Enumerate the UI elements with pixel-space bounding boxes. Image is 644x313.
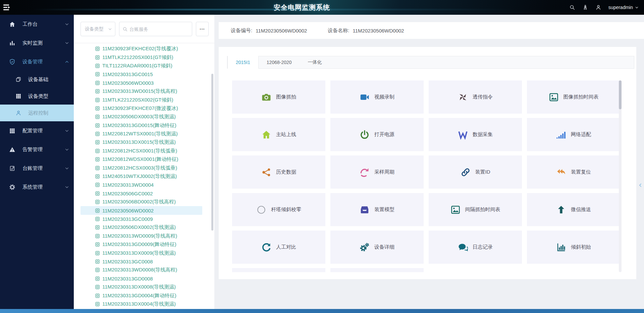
device-list-item[interactable]: 11M20230313DX0004(导线测温)	[80, 300, 202, 308]
redo-arrow-icon	[360, 167, 370, 177]
sidebar-item-7[interactable]: 系统管理	[0, 178, 74, 196]
device-type-select[interactable]: 设备类型	[80, 22, 115, 36]
device-list-item[interactable]: 11M220812WTSX0001(导线测温)	[80, 130, 202, 138]
device-list-item[interactable]: 11M220812WDSX0001(舞动特征)	[80, 155, 202, 164]
tab-一体化[interactable]: 一体化	[300, 56, 330, 69]
scrollbar-thumb[interactable]	[619, 80, 622, 109]
device-list-item[interactable]: 11M20230313WD0008(导线高程)	[80, 266, 202, 274]
panel-collapse-chevron-icon[interactable]: ‹	[639, 181, 642, 189]
username: superadmin	[608, 5, 633, 10]
sidebar-item-3[interactable]: 设备管理	[0, 52, 74, 71]
action-button[interactable]: 视频录制	[330, 80, 424, 114]
search-icon[interactable]	[569, 4, 575, 10]
action-button-partial[interactable]	[232, 268, 325, 272]
tab-2015i1[interactable]: 2015I1	[227, 56, 259, 69]
device-list-item[interactable]: 11MTLK221220SX002(GT倾斜)	[80, 96, 202, 104]
device-item-label: 11M220812HCSX0003(导线弧垂)	[102, 165, 177, 171]
device-item-icon	[95, 46, 100, 51]
bottom-strip	[0, 309, 644, 313]
device-list-item[interactable]: 11M20230313GC0008	[80, 257, 202, 266]
action-button[interactable]: 装置复位	[527, 155, 620, 189]
device-list-item[interactable]: 11M20230506WD0003	[80, 79, 202, 87]
action-button[interactable]: 日志记录	[429, 231, 522, 264]
user-menu[interactable]: superadmin	[608, 5, 639, 10]
device-list-item[interactable]: 11M20230313WD0009(导线高程)	[80, 232, 202, 240]
action-button[interactable]: 装置ID	[429, 155, 522, 189]
sidebar-item-label: 配置管理	[22, 128, 43, 134]
device-type-select-placeholder: 设备类型	[85, 26, 104, 32]
menu-toggle-icon[interactable]	[3, 3, 12, 11]
device-list-item[interactable]: 11M20230313DX0009(导线测温)	[80, 249, 202, 257]
ledger-search-input[interactable]	[129, 22, 189, 36]
action-button[interactable]: 倾斜初始	[527, 231, 620, 264]
device-list-item[interactable]: 11M20230313GD0015(舞动特征)	[80, 121, 202, 130]
device-list-item[interactable]: 11M230923FEKHCE02(导线覆冰)	[80, 45, 202, 53]
action-button[interactable]: 装置模型	[330, 193, 424, 226]
action-grid: 图像抓拍视频录制透传指令图像抓拍时间表主站上线打开电源数据采集网络适配历史数据采…	[232, 80, 620, 272]
action-button[interactable]: 图像抓拍时间表	[527, 80, 620, 114]
device-list-item[interactable]: 11M240510WTXJ0002(导线测温)	[80, 172, 202, 181]
sidebar-item-6[interactable]: 台账管理	[0, 159, 74, 178]
device-list-item[interactable]: 11M20230506DX0002(导线测温)	[80, 223, 202, 232]
action-label: 图像抓拍	[276, 94, 296, 100]
home-icon	[261, 130, 271, 140]
tab-12068-2020[interactable]: 12068-2020	[259, 56, 300, 69]
sidebar-subitem-3-1[interactable]: 设备基础	[0, 71, 74, 88]
action-button[interactable]: 网络适配	[527, 118, 620, 151]
transmission-tower-icon[interactable]	[582, 4, 588, 10]
device-list-scrollbar[interactable]	[211, 74, 213, 231]
device-list-item[interactable]: 11M20230506BD0002(导线高程)	[80, 198, 202, 206]
sidebar-subitem-3-2[interactable]: 设备类型	[0, 88, 74, 105]
device-list-item[interactable]: 11M20230313WD0015(导线高程)	[80, 87, 202, 96]
action-grid-scrollbar[interactable]	[619, 80, 622, 272]
device-item-label: 11M20230313GD0009(舞动特征)	[102, 241, 176, 248]
sidebar-item-4[interactable]: 配置管理	[0, 121, 74, 140]
action-label: 装置复位	[571, 169, 591, 175]
action-button[interactable]: 采样周期	[330, 155, 424, 189]
device-list-item[interactable]: 11M20230313WD0004	[80, 181, 202, 189]
device-list-item[interactable]: 11M20230313GD0009(舞动特征)	[80, 240, 202, 249]
action-button[interactable]: 数据采集	[429, 118, 522, 151]
device-list-item[interactable]: 11MTLK221220SX001(GT倾斜)	[80, 53, 202, 61]
device-list-item[interactable]: 11M20230506DX0003(导线测温)	[80, 113, 202, 121]
chevron-down-icon	[65, 129, 69, 133]
device-list-item[interactable]: 11M20230313DX0008(导线测温)	[80, 283, 202, 291]
device-item-label: 11M20230313GD0015(舞动特征)	[102, 122, 176, 129]
device-list-item[interactable]: 11M230923FEKHCE07(微波覆冰)	[80, 104, 202, 113]
sidebar-subitem-3-3[interactable]: 远程控制	[0, 105, 74, 121]
action-button[interactable]: 主站上线	[232, 118, 325, 151]
device-item-icon	[95, 123, 100, 128]
device-list-item[interactable]: TILT1122RADAR0001(GT倾斜)	[80, 62, 202, 70]
device-list-item[interactable]: 11M20230313GD0004(舞动特征)	[80, 291, 202, 300]
device-list-item[interactable]: 11M20230313GC0009	[80, 215, 202, 223]
device-item-label: TILT1122RADAR0001(GT倾斜)	[102, 63, 172, 69]
device-item-icon	[95, 285, 100, 290]
action-button[interactable]: 人工对比	[232, 231, 325, 264]
chevron-down-icon	[65, 147, 69, 152]
action-button[interactable]: 微信推送	[527, 193, 620, 226]
action-button-partial[interactable]	[330, 268, 424, 272]
device-list-item[interactable]: 11M220812HCSX0003(导线弧垂)	[80, 164, 202, 172]
sidebar-item-5[interactable]: 告警管理	[0, 140, 74, 159]
sidebar-item-2[interactable]: 实时监测	[0, 34, 74, 52]
gear-icon	[9, 184, 15, 190]
action-button[interactable]: 杆塔倾斜校零	[232, 193, 325, 226]
device-item-icon	[95, 106, 100, 111]
sidebar-item-1[interactable]: 工作台	[0, 15, 74, 34]
action-button[interactable]: 透传指令	[429, 80, 522, 114]
action-button[interactable]: 历史数据	[232, 155, 325, 189]
device-list-item[interactable]: 11M20230313DX0015(导线测温)	[80, 138, 202, 146]
action-button[interactable]: 间隔抓拍时间表	[429, 193, 522, 226]
device-list-item[interactable]: 11M20230506GC0002	[80, 189, 202, 198]
device-list-item[interactable]: 11M20230506WD0002	[80, 206, 202, 214]
more-options-button[interactable]: ...	[196, 22, 209, 36]
action-button[interactable]: 图像抓拍	[232, 80, 325, 114]
device-list-item[interactable]: 11M220812HCSX0001(导线弧垂)	[80, 147, 202, 155]
user-icon[interactable]	[595, 4, 601, 10]
action-button[interactable]: 设备详细	[330, 231, 424, 264]
sidebar-item-label: 台账管理	[22, 165, 43, 172]
device-list-item[interactable]: 11M20230313GD0008	[80, 274, 202, 283]
action-button[interactable]: 打开电源	[330, 118, 424, 151]
protocol-tabs: 2015I112068-2020一体化	[227, 56, 634, 69]
device-list-item[interactable]: 11M20230313GC0015	[80, 70, 202, 78]
